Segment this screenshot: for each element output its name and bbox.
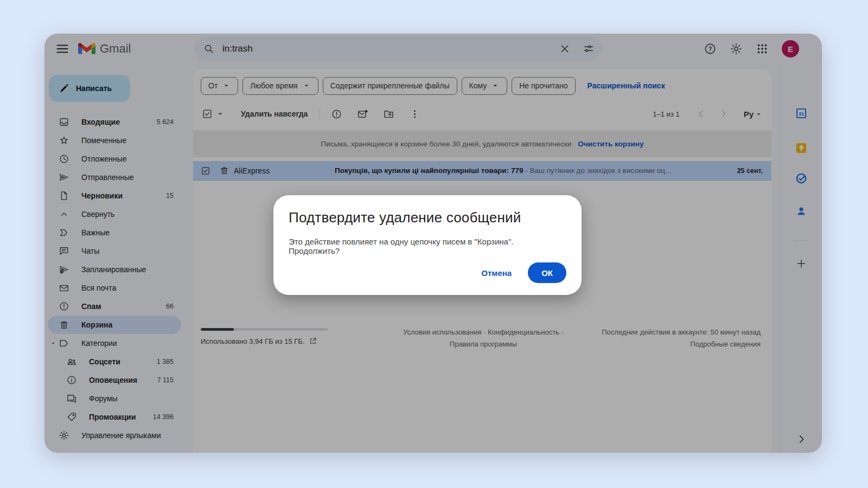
cancel-button[interactable]: Отмена (481, 268, 512, 278)
dialog-title: Подтвердите удаление сообщений (289, 209, 566, 226)
confirm-delete-dialog: Подтвердите удаление сообщений Это дейст… (273, 195, 582, 295)
dialog-body: Это действие повлияет на одну цепочку пи… (289, 237, 566, 255)
desktop-background: Gmail in:trash ? E Написать Входящие5 62 (0, 0, 868, 488)
ok-button[interactable]: ОК (528, 262, 566, 283)
